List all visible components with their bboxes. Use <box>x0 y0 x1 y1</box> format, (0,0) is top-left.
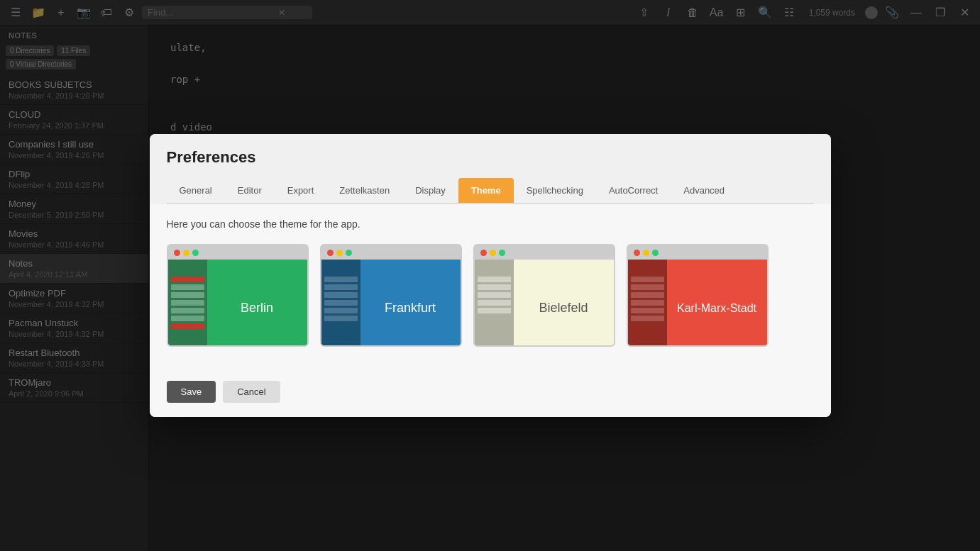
tab-general[interactable]: General <box>167 178 225 203</box>
dot-yellow <box>490 250 496 256</box>
theme-sidebar-row <box>324 292 358 298</box>
theme-bielefeld-main: Bielefeld <box>514 260 614 345</box>
dot-red <box>634 250 640 256</box>
theme-card-frankfurt[interactable]: Frankfurt <box>320 244 462 347</box>
theme-sidebar-row <box>171 308 204 313</box>
dot-red <box>327 250 334 256</box>
tab-theme[interactable]: Theme <box>458 178 514 203</box>
tab-advanced[interactable]: Advanced <box>671 178 737 203</box>
theme-sidebar-row <box>478 277 511 282</box>
tab-display[interactable]: Display <box>402 178 458 203</box>
theme-card-dots-bielefeld <box>475 245 511 260</box>
preferences-modal: Preferences General Editor Export Zettel… <box>150 134 831 417</box>
modal-body: Here you can choose the theme for the ap… <box>150 204 831 381</box>
theme-card-berlin[interactable]: Berlin <box>167 244 309 347</box>
theme-sidebar-row <box>324 316 358 321</box>
theme-sidebar-row <box>171 292 204 298</box>
theme-berlin-main: Berlin <box>207 260 307 345</box>
theme-kms-label: Karl-Marx-Stadt <box>677 302 756 315</box>
theme-sidebar-row <box>171 277 204 282</box>
dot-green <box>346 250 352 256</box>
theme-sidebar-row <box>631 292 664 298</box>
modal-footer: Save Cancel <box>150 381 831 417</box>
theme-sidebar-row <box>478 284 511 290</box>
theme-bielefeld-sidebar <box>475 260 514 345</box>
tab-spellchecking[interactable]: Spellchecking <box>514 178 596 203</box>
theme-sidebar-row <box>324 308 358 313</box>
theme-kms-sidebar <box>628 260 667 345</box>
theme-sidebar-row <box>324 300 358 306</box>
theme-grid: Berlin <box>167 244 814 347</box>
dot-green <box>499 250 505 256</box>
modal-tabs: General Editor Export Zettelkasten Displ… <box>167 178 814 204</box>
dot-yellow <box>643 250 649 256</box>
theme-card-dots-frankfurt <box>321 245 358 260</box>
theme-card-bielefeld[interactable]: Bielefeld <box>473 244 615 347</box>
theme-sidebar-row <box>171 284 204 290</box>
dot-yellow <box>336 250 343 256</box>
theme-sidebar-row <box>478 292 511 298</box>
save-button[interactable]: Save <box>167 381 216 403</box>
dot-red <box>174 250 180 256</box>
theme-sidebar-row <box>171 323 204 329</box>
theme-sidebar-row <box>631 316 664 321</box>
dot-red <box>480 250 487 256</box>
tab-editor[interactable]: Editor <box>225 178 275 203</box>
theme-sidebar-row <box>631 308 664 313</box>
theme-sidebar-row <box>171 316 204 321</box>
theme-card-dots-kms <box>628 245 664 260</box>
tab-autocorrect[interactable]: AutoCorrect <box>596 178 671 203</box>
dot-green <box>192 250 199 256</box>
theme-card-karl-marx-stadt[interactable]: Karl-Marx-Stadt <box>627 244 769 347</box>
modal-title: Preferences <box>167 148 814 167</box>
tab-zettelkasten[interactable]: Zettelkasten <box>326 178 402 203</box>
theme-sidebar-row <box>324 277 358 282</box>
theme-sidebar-row <box>324 284 358 290</box>
modal-description: Here you can choose the theme for the ap… <box>167 218 814 230</box>
theme-sidebar-row <box>631 277 664 282</box>
dot-green <box>652 250 659 256</box>
theme-card-dots-berlin <box>168 245 204 260</box>
theme-berlin-label: Berlin <box>241 301 273 316</box>
theme-sidebar-row <box>171 300 204 306</box>
theme-frankfurt-main: Frankfurt <box>360 260 461 345</box>
theme-frankfurt-sidebar <box>321 260 360 345</box>
theme-kms-main: Karl-Marx-Stadt <box>667 260 767 345</box>
theme-bielefeld-label: Bielefeld <box>539 301 588 316</box>
theme-sidebar-row <box>631 284 664 290</box>
dot-yellow <box>183 250 189 256</box>
theme-sidebar-row <box>478 308 511 313</box>
modal-overlay: Preferences General Editor Export Zettel… <box>0 0 980 551</box>
theme-frankfurt-label: Frankfurt <box>385 301 436 316</box>
cancel-button[interactable]: Cancel <box>223 381 280 403</box>
modal-header: Preferences General Editor Export Zettel… <box>150 134 831 204</box>
theme-berlin-sidebar <box>168 260 207 345</box>
theme-sidebar-row <box>478 300 511 306</box>
theme-sidebar-row <box>631 300 664 306</box>
tab-export[interactable]: Export <box>275 178 327 203</box>
